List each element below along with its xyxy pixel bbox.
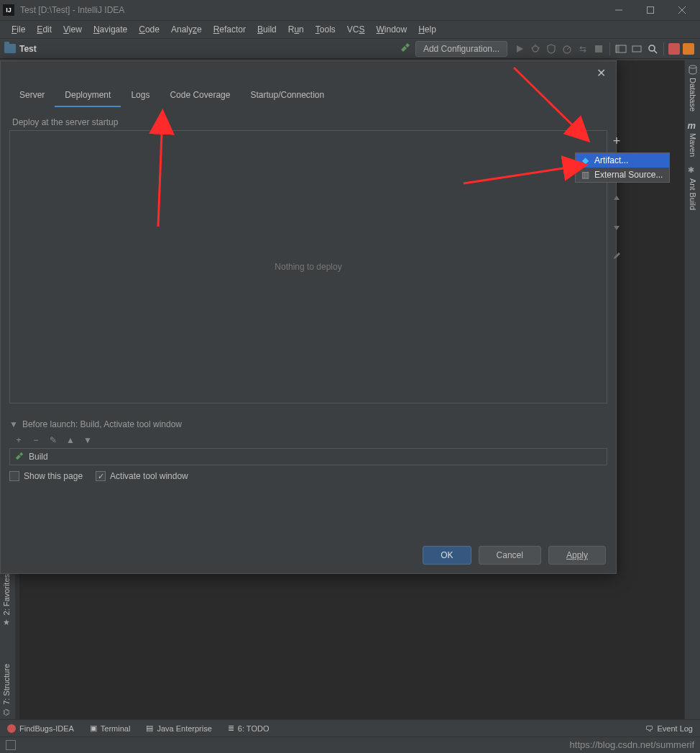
add-deployment-button[interactable]: + [611,135,622,147]
app-icon: IJ [3,4,14,16]
svg-line-9 [567,47,569,50]
tab-server[interactable]: Server [9,84,55,107]
plugin-badge-2[interactable] [683,43,694,55]
favorites-tool[interactable]: ★ 2: Favorites [2,574,11,627]
build-icon[interactable] [400,42,411,55]
svg-line-15 [654,50,657,53]
structure-tool[interactable]: ⌬ 7: Structure [2,664,11,717]
tab-deployment[interactable]: Deployment [55,84,121,107]
edit-deployment-button[interactable] [611,250,622,262]
svg-rect-12 [616,45,620,53]
menu-bar: File Edit View Navigate Code Analyze Ref… [0,21,700,39]
maven-icon: m [688,120,698,130]
bottom-tool-bar: FindBugs-IDEA ▣Terminal ▤Java Enterprise… [0,719,700,736]
run-icon[interactable] [512,42,527,56]
collapse-icon: ▼ [9,419,18,429]
left-tool-strip: ★ 2: Favorites ⌬ 7: Structure [0,572,16,735]
javaee-icon: ▤ [146,724,153,733]
before-launch-header[interactable]: ▼ Before launch: Build, Activate tool wi… [9,419,607,429]
tab-logs[interactable]: Logs [121,84,160,107]
event-log-tool[interactable]: 🗨Event Log [645,724,693,733]
terminal-icon: ▣ [90,724,97,733]
cancel-button[interactable]: Cancel [479,546,541,565]
apply-button[interactable]: Apply [548,546,606,565]
window-title: Test [D:\Test] - IntelliJ IDEA [20,5,609,15]
ant-icon: ✱ [688,165,698,175]
menu-file[interactable]: File [6,22,31,37]
menu-edit[interactable]: Edit [31,22,57,37]
menu-refactor[interactable]: Refactor [208,22,252,37]
bl-up-button[interactable]: ▲ [65,435,75,445]
java-enterprise-tool[interactable]: ▤Java Enterprise [146,724,211,733]
menu-analyze[interactable]: Analyze [165,22,208,37]
ant-build-tool[interactable]: ✱ Ant Build [688,165,698,210]
dialog-close-button[interactable]: ✕ [594,63,609,83]
concurrency-icon[interactable]: ⇆ [576,42,590,56]
maven-tool[interactable]: m Maven [688,120,698,157]
menu-window[interactable]: Window [370,22,413,37]
add-configuration-button[interactable]: Add Configuration... [415,41,507,57]
menu-code[interactable]: Code [133,22,165,37]
maximize-button[interactable] [641,3,660,17]
svg-point-16 [689,65,696,68]
show-this-page-checkbox[interactable]: Show this page [9,471,83,481]
menu-navigate[interactable]: Navigate [88,22,133,37]
menu-tools[interactable]: Tools [310,22,341,37]
search-everywhere-icon[interactable] [645,42,660,56]
popup-artifact[interactable]: ◆ Artifact... [576,153,669,168]
menu-view[interactable]: View [57,22,88,37]
project-structure-icon[interactable] [614,42,628,56]
close-button[interactable] [673,3,691,17]
terminal-tool[interactable]: ▣Terminal [90,724,131,733]
tab-code-coverage[interactable]: Code Coverage [160,84,240,107]
run-config-dialog: ✕ Server Deployment Logs Code Coverage S… [0,60,617,574]
star-icon: ★ [3,618,10,627]
breadcrumb[interactable]: Test [4,44,37,54]
minimize-button[interactable] [609,3,628,17]
popup-external-source[interactable]: ▥ External Source... [576,168,669,182]
build-task-label: Build [29,452,48,462]
bl-add-button[interactable]: + [14,435,24,445]
ok-button[interactable]: OK [423,546,471,565]
structure-icon: ⌬ [3,708,10,717]
project-name: Test [19,44,37,54]
tab-startup-connection[interactable]: Startup/Connection [240,84,334,107]
checkbox-checked-icon [96,471,106,481]
activate-tool-window-checkbox[interactable]: Activate tool window [96,471,188,481]
dialog-tabs: Server Deployment Logs Code Coverage Sta… [1,84,616,107]
database-tool[interactable]: Database [688,65,698,111]
bl-down-button[interactable]: ▼ [83,435,93,445]
debug-icon[interactable] [528,42,543,56]
watermark: https://blog.csdn.net/summerif [570,739,694,750]
deploy-empty-text: Nothing to deploy [10,131,607,403]
hammer-icon [14,451,24,463]
findbugs-tool[interactable]: FindBugs-IDEA [7,724,74,733]
move-down-button[interactable] [611,222,622,233]
right-tool-strip: Database m Maven ✱ Ant Build [684,60,700,735]
add-deployment-popup: ◆ Artifact... ▥ External Source... [575,152,670,183]
external-source-icon: ▥ [580,170,590,180]
before-launch-list[interactable]: Build [9,448,607,465]
menu-build[interactable]: Build [252,22,282,37]
plugin-badge-1[interactable] [668,43,680,55]
todo-tool[interactable]: ≣6: TODO [228,724,270,733]
coverage-icon[interactable] [544,42,558,56]
bl-edit-button[interactable]: ✎ [48,435,58,445]
bl-remove-button[interactable]: − [31,435,41,445]
ide-settings-icon[interactable] [630,42,644,56]
event-log-icon: 🗨 [645,724,653,733]
menu-run[interactable]: Run [282,22,310,37]
menu-vcs[interactable]: VCS [341,22,371,37]
artifact-icon: ◆ [580,155,590,165]
main-toolbar: Test Add Configuration... ⇆ [0,39,700,59]
todo-icon: ≣ [228,724,234,733]
database-icon [688,65,698,75]
deploy-section-label: Deploy at the server startup [9,117,607,127]
before-launch-toolbar: + − ✎ ▲ ▼ [9,434,607,447]
move-up-button[interactable] [611,193,622,204]
deploy-list: Nothing to deploy + − ◆ Artifact... ▥ Ex… [9,130,607,403]
tool-window-toggle-icon[interactable] [6,740,16,750]
menu-help[interactable]: Help [413,22,442,37]
stop-icon[interactable] [591,42,606,56]
profiler-icon[interactable] [560,42,574,56]
